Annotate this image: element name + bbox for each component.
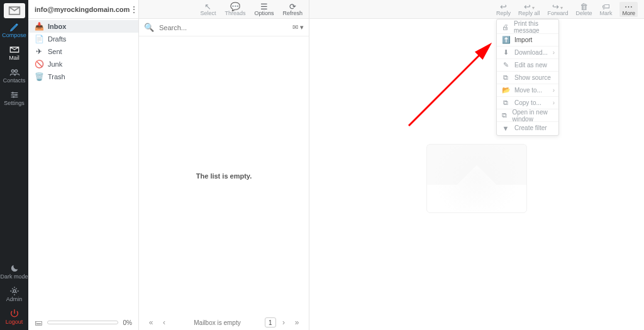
reply-icon: ↩ [500, 3, 507, 11]
contacts-tab[interactable]: Contacts [0, 65, 28, 85]
menu-item-label: Import [514, 36, 532, 43]
svg-point-3 [13, 290, 16, 292]
refresh-button[interactable]: ⟳Refresh [282, 3, 303, 16]
mark-button[interactable]: 🏷Mark [599, 3, 612, 16]
app-logo [4, 3, 25, 18]
settings-label: Settings [4, 101, 25, 106]
page-last-button[interactable]: » [291, 317, 303, 327]
options-label: Options [254, 11, 274, 16]
logout-label: Logout [6, 319, 23, 325]
quota-bar: 🖴 0% [28, 315, 138, 330]
contacts-icon [9, 67, 19, 77]
tag-icon: 🏷 [602, 3, 610, 11]
gear-icon [9, 286, 19, 296]
folder-icon: ✈ [35, 47, 43, 56]
mark-label: Mark [599, 11, 612, 16]
replyall-button[interactable]: ↩▾Reply all [518, 3, 540, 16]
replyall-icon: ↩▾ [524, 3, 535, 11]
folder-inbox[interactable]: 📥Inbox [28, 20, 138, 33]
menu-item-label: Show source [514, 74, 551, 81]
preview-pane: ↩Reply ↩▾Reply all ↪▾Forward 🗑Delete 🏷Ma… [309, 0, 644, 330]
folder-icon: 🗑️ [35, 72, 43, 81]
moon-icon [9, 263, 19, 273]
page-prev-button[interactable]: ‹ [158, 317, 170, 327]
menu-item-icon: 🖨 [502, 23, 509, 31]
logout-button[interactable]: Logout [0, 307, 28, 327]
list-footer: « ‹ Mailbox is empty 1 › » [139, 315, 309, 330]
menu-item-label: Download... [514, 49, 548, 56]
folder-label: Inbox [48, 23, 66, 30]
list-pane: ↖Select 💬Threads ☰Options ⟳Refresh 🔍 ✉ ▾… [139, 0, 309, 330]
menu-item-icon: ⧉ [502, 111, 508, 119]
compose-label: Compose [2, 33, 26, 38]
svg-point-0 [12, 92, 14, 94]
envelope-icon [8, 4, 21, 17]
options-button[interactable]: ☰Options [254, 3, 274, 16]
quota-track [47, 321, 118, 324]
more-menu: 🖨Print this message⬆️Import⬇Download...✎… [496, 19, 559, 136]
power-icon [9, 309, 19, 319]
folder-trash[interactable]: 🗑️Trash [28, 70, 138, 83]
search-icon: 🔍 [144, 23, 154, 32]
reply-label: Reply [496, 11, 511, 16]
threads-button[interactable]: 💬Threads [225, 3, 245, 16]
compose-button[interactable]: Compose [0, 20, 28, 40]
admin-link[interactable]: Admin [0, 284, 28, 304]
page-first-button[interactable]: « [145, 317, 157, 327]
contacts-label: Contacts [3, 78, 26, 84]
more-edit-as-new: ✎Edit as new [497, 58, 558, 71]
account-header: info@myrockingdomain.com ⋮ [28, 0, 138, 19]
quota-percent: 0% [123, 319, 132, 326]
menu-item-icon: ⬆️ [502, 36, 509, 44]
more-button[interactable]: ⋯More [619, 2, 638, 17]
svg-point-2 [13, 96, 14, 98]
page-current: 1 [265, 317, 276, 327]
menu-item-icon: ▼ [502, 124, 509, 132]
more-copy-to: ⧉Copy to... [497, 96, 558, 109]
disk-icon: 🖴 [35, 318, 42, 327]
folder-junk[interactable]: 🚫Junk [28, 58, 138, 70]
more-label: More [622, 11, 635, 16]
folder-label: Sent [48, 48, 62, 55]
more-create-filter: ▼Create filter [497, 121, 558, 134]
search-input[interactable] [158, 23, 289, 32]
page-next-button[interactable]: › [278, 317, 289, 327]
forward-button[interactable]: ↪▾Forward [547, 3, 568, 16]
darkmode-toggle[interactable]: Dark mode [0, 261, 28, 282]
more-show-source: ⧉Show source [497, 71, 558, 84]
settings-tab[interactable]: Settings [0, 88, 28, 108]
svg-point-1 [15, 94, 17, 96]
account-menu-button[interactable]: ⋮ [130, 4, 139, 14]
more-icon: ⋯ [625, 3, 633, 11]
more-import[interactable]: ⬆️Import [497, 33, 558, 46]
more-download: ⬇Download... [497, 46, 558, 58]
menu-item-label: Create filter [514, 124, 547, 131]
refresh-label: Refresh [282, 11, 303, 16]
delete-button[interactable]: 🗑Delete [575, 3, 592, 16]
forward-label: Forward [547, 11, 568, 16]
mail-icon [9, 45, 19, 55]
select-button[interactable]: ↖Select [200, 3, 216, 16]
search-bar: 🔍 ✉ ▾ [139, 19, 309, 36]
menu-item-icon: ⧉ [502, 74, 509, 82]
more-print-this-message: 🖨Print this message [497, 21, 558, 33]
empty-preview-placeholder [426, 144, 527, 213]
folder-label: Trash [48, 73, 65, 80]
folder-label: Drafts [48, 35, 66, 43]
folder-label: Junk [48, 60, 62, 68]
options-icon: ☰ [260, 3, 268, 11]
folder-drafts[interactable]: 📄Drafts [28, 33, 138, 45]
menu-item-icon: ⧉ [502, 99, 509, 107]
menu-item-icon: ⬇ [502, 48, 509, 57]
menu-item-icon: ✎ [502, 61, 509, 69]
message-toolbar: ↩Reply ↩▾Reply all ↪▾Forward 🗑Delete 🏷Ma… [309, 0, 644, 19]
folder-sent[interactable]: ✈Sent [28, 45, 138, 58]
folder-icon: 📥 [35, 22, 43, 31]
reply-button[interactable]: ↩Reply [496, 3, 511, 16]
sliders-icon [9, 90, 19, 100]
mail-tab[interactable]: Mail [0, 43, 28, 63]
taskbar: Compose Mail Contacts Settings Dark mode… [0, 0, 28, 330]
threads-icon: 💬 [230, 3, 240, 11]
search-scope-icon[interactable]: ✉ ▾ [292, 23, 304, 31]
admin-label: Admin [6, 297, 23, 302]
